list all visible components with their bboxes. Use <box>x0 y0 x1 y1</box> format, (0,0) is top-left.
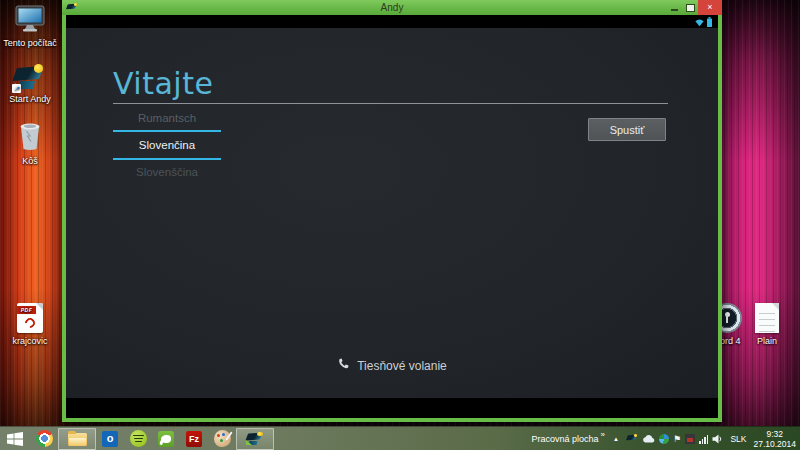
emergency-call-label: Tiesňové volanie <box>357 359 447 373</box>
language-option-slovencina-selected[interactable]: Slovenčina <box>113 132 221 158</box>
desktop-icon-label: Kôš <box>22 156 38 166</box>
desktop-icon-krajcovic-pdf[interactable]: PDF krajcovic <box>2 303 58 346</box>
language-indicator[interactable]: SLK <box>730 434 746 444</box>
action-center-flag-icon[interactable]: ⚑ <box>673 433 681 445</box>
andy-window: Andy × Vitajte Rumantsch <box>62 0 722 422</box>
taskbar-andy[interactable] <box>236 428 274 450</box>
volume-icon[interactable] <box>712 434 723 444</box>
desktop-icon-plain[interactable]: Plain <box>739 303 795 346</box>
taskbar-paint[interactable] <box>208 428 236 450</box>
language-option-slovenscina[interactable]: Slovenščina <box>113 160 221 184</box>
taskbar-filezilla[interactable]: Fz <box>180 428 208 450</box>
chrome-icon <box>36 430 53 447</box>
spotify-icon <box>130 430 147 447</box>
desktop-icon-this-pc[interactable]: Tento počítač <box>2 5 58 48</box>
text-file-icon <box>755 303 779 333</box>
start-button-windows[interactable] <box>0 427 30 450</box>
system-tray: ⚑ <box>627 433 723 445</box>
desktop: Tento počítač ↗ Start Andy Kôš PDF krajc… <box>0 0 800 450</box>
taskbar-evernote[interactable] <box>152 428 180 450</box>
emergency-call-button[interactable]: Tiesňové volanie <box>66 358 718 373</box>
clock-date: 27.10.2014 <box>753 439 796 449</box>
android-setup-screen: Vitajte Rumantsch Slovenčina Slovenščina… <box>66 28 718 398</box>
andy-app-icon: ↗ <box>14 63 46 91</box>
start-button[interactable]: Spustiť <box>588 118 666 141</box>
pdf-file-icon: PDF <box>17 303 43 333</box>
computer-icon <box>14 5 46 35</box>
desktop-icon-start-andy[interactable]: ↗ Start Andy <box>2 63 58 104</box>
pdf-badge: PDF <box>17 306 36 314</box>
taskbar-spotify[interactable] <box>124 428 152 450</box>
desktop-icon-label: Tento počítač <box>3 38 57 48</box>
clock-time: 9:32 <box>753 429 796 439</box>
recycle-bin-icon <box>18 121 42 153</box>
desktop-icon-label: Start Andy <box>9 94 51 104</box>
desktop-icon-recycle-bin[interactable]: Kôš <box>2 121 58 166</box>
evernote-icon <box>158 431 174 447</box>
android-status-bar <box>66 15 718 28</box>
welcome-title: Vitajte <box>113 66 213 101</box>
tray-andy-icon[interactable] <box>627 434 638 444</box>
phone-icon <box>337 358 349 373</box>
taskbar-chrome[interactable] <box>30 428 58 450</box>
clock[interactable]: 9:32 27.10.2014 <box>753 429 796 449</box>
andy-icon <box>246 431 264 446</box>
toolbar-label: Pracovná plocha <box>531 428 598 450</box>
folder-icon <box>68 433 87 446</box>
language-spinner[interactable]: Rumantsch Slovenčina Slovenščina <box>113 106 221 184</box>
show-hidden-icons-button[interactable]: ▲ <box>613 436 619 442</box>
android-screen: Vitajte Rumantsch Slovenčina Slovenščina… <box>66 15 718 418</box>
network-globe-icon[interactable] <box>659 434 669 444</box>
onedrive-cloud-icon[interactable] <box>642 434 655 443</box>
battery-meter-icon[interactable] <box>685 434 695 444</box>
desktop-icon-label: Plain <box>757 336 777 346</box>
shortcut-arrow-icon: ↗ <box>12 84 21 93</box>
minimize-button[interactable] <box>666 0 682 15</box>
window-title: Andy <box>62 2 722 13</box>
language-option-rumantsch[interactable]: Rumantsch <box>113 106 221 130</box>
desktop-icon-label: krajcovic <box>12 336 47 346</box>
taskbar-file-explorer[interactable] <box>58 428 96 450</box>
window-titlebar[interactable]: Andy × <box>62 0 722 15</box>
windows-logo-icon <box>7 432 23 446</box>
filezilla-icon: Fz <box>186 431 202 447</box>
divider <box>113 103 668 104</box>
desktop-toolbar[interactable]: Pracovná plocha » <box>531 428 605 450</box>
outlook-icon: o <box>102 431 118 447</box>
chevron-icon[interactable]: » <box>601 430 605 440</box>
taskbar-outlook[interactable]: o <box>96 428 124 450</box>
paint-palette-icon <box>214 430 231 447</box>
taskbar: o Fz Pracovná plocha » ▲ <box>0 426 800 450</box>
signal-strength-icon[interactable] <box>699 434 708 444</box>
